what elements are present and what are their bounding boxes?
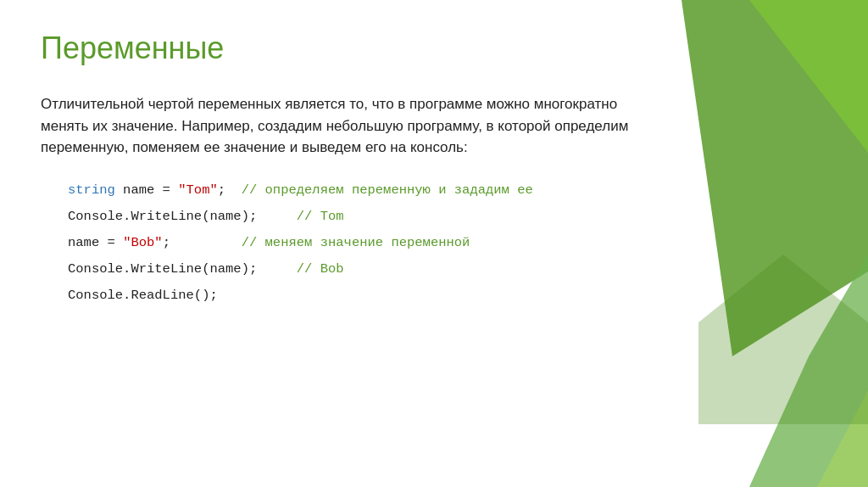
code-text: name = xyxy=(115,182,178,198)
code-text: ; xyxy=(163,235,242,250)
slide-title: Переменные xyxy=(41,31,827,66)
keyword-string: string xyxy=(68,182,115,198)
code-comment-change: // меняем значение переменной xyxy=(242,235,470,250)
code-block: string name = "Tom"; // определяем перем… xyxy=(41,177,827,309)
code-text: Console.ReadLine(); xyxy=(68,288,218,303)
code-comment-bob: // Bob xyxy=(297,261,344,277)
svg-marker-3 xyxy=(817,390,868,487)
string-value-tom: "Tom" xyxy=(178,182,218,198)
code-line-3: name = "Bob"; // меняем значение перемен… xyxy=(68,230,827,256)
code-line-1: string name = "Tom"; // определяем перем… xyxy=(68,177,827,204)
code-text: Console.WriteLine(name); xyxy=(68,209,297,224)
code-text: Console.WriteLine(name); xyxy=(68,261,297,277)
code-line-5: Console.ReadLine(); xyxy=(68,283,827,309)
code-text: ; xyxy=(218,182,234,198)
code-text: name = xyxy=(68,235,123,250)
string-value-bob: "Bob" xyxy=(123,235,163,250)
code-comment-tom: // Tom xyxy=(297,209,344,224)
slide-content: Переменные Отличительной чертой переменн… xyxy=(0,0,868,334)
slide-body: Отличительной чертой переменных является… xyxy=(41,93,634,159)
code-line-2: Console.WriteLine(name); // Tom xyxy=(68,204,827,230)
code-line-4: Console.WriteLine(name); // Bob xyxy=(68,256,827,283)
code-comment: // определяем переменную и зададим ее xyxy=(233,182,532,198)
